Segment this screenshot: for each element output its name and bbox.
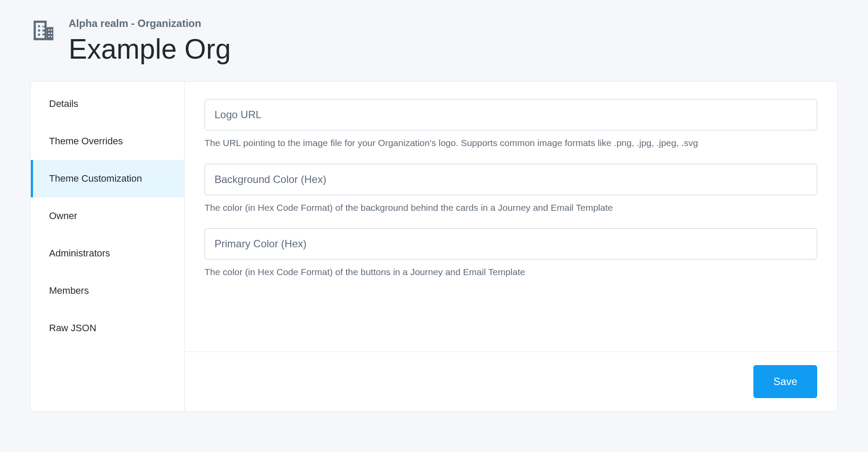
- svg-rect-3: [48, 33, 50, 34]
- background-color-input[interactable]: [205, 164, 817, 195]
- sidebar-item-details[interactable]: Details: [31, 85, 184, 123]
- sidebar-item-theme-overrides[interactable]: Theme Overrides: [31, 123, 184, 160]
- logo-url-helper: The URL pointing to the image file for y…: [205, 136, 817, 150]
- svg-rect-14: [40, 32, 41, 33]
- sidebar-item-theme-customization[interactable]: Theme Customization: [31, 160, 184, 197]
- svg-rect-16: [36, 35, 38, 37]
- svg-rect-15: [43, 32, 44, 33]
- svg-rect-6: [51, 36, 52, 37]
- sidebar: Details Theme Overrides Theme Customizat…: [31, 82, 185, 411]
- sidebar-item-label: Raw JSON: [49, 322, 96, 333]
- primary-color-input[interactable]: [205, 228, 817, 259]
- svg-rect-0: [47, 27, 53, 40]
- svg-rect-4: [51, 33, 52, 34]
- svg-rect-8: [40, 24, 41, 26]
- svg-rect-1: [48, 30, 50, 31]
- sidebar-item-owner[interactable]: Owner: [31, 197, 184, 235]
- svg-rect-11: [40, 28, 41, 30]
- svg-rect-13: [36, 32, 38, 33]
- sidebar-item-label: Members: [49, 285, 89, 296]
- sidebar-item-label: Owner: [49, 210, 77, 221]
- sidebar-item-administrators[interactable]: Administrators: [31, 235, 184, 272]
- page-title: Example Org: [69, 35, 231, 64]
- sidebar-item-members[interactable]: Members: [31, 272, 184, 309]
- primary-color-helper: The color (in Hex Code Format) of the bu…: [205, 266, 817, 279]
- logo-url-input[interactable]: [205, 99, 817, 130]
- svg-rect-18: [43, 35, 44, 37]
- sidebar-item-label: Theme Overrides: [49, 136, 123, 146]
- sidebar-item-raw-json[interactable]: Raw JSON: [31, 309, 184, 347]
- breadcrumb: Alpha realm - Organization: [69, 17, 231, 30]
- organization-icon: [30, 17, 56, 45]
- svg-rect-12: [43, 28, 44, 30]
- save-button[interactable]: Save: [753, 365, 817, 398]
- svg-rect-17: [40, 35, 41, 37]
- main-panel: The URL pointing to the image file for y…: [185, 82, 837, 411]
- svg-rect-9: [43, 24, 44, 26]
- svg-rect-2: [51, 30, 52, 31]
- background-color-helper: The color (in Hex Code Format) of the ba…: [205, 201, 817, 214]
- form-footer: Save: [185, 352, 837, 411]
- sidebar-item-label: Administrators: [49, 248, 110, 259]
- svg-rect-10: [36, 28, 38, 30]
- sidebar-item-label: Theme Customization: [49, 173, 142, 184]
- content-card: Details Theme Overrides Theme Customizat…: [30, 81, 838, 412]
- svg-rect-5: [48, 36, 50, 37]
- sidebar-item-label: Details: [49, 98, 78, 109]
- svg-rect-7: [36, 24, 38, 26]
